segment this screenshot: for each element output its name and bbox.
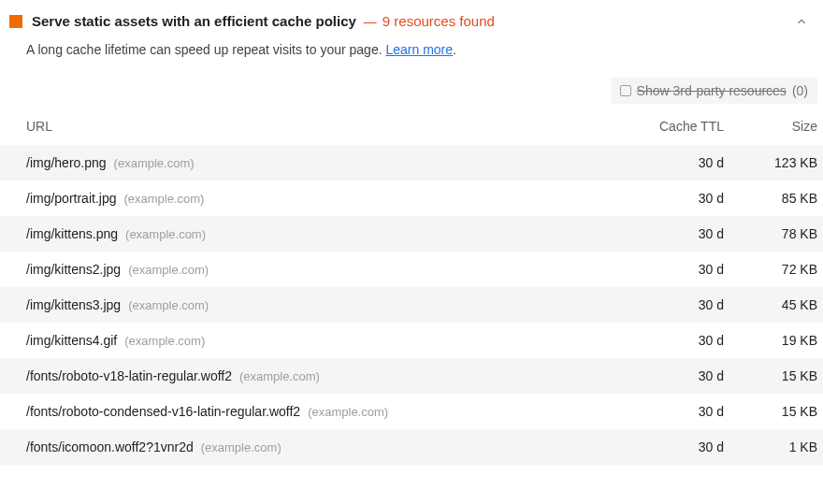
separator-dash: —: [364, 14, 377, 29]
cell-url: /fonts/icomoon.woff2?1vnr2d(example.com): [26, 439, 602, 454]
learn-more-link[interactable]: Learn more: [385, 42, 453, 57]
cell-url: /fonts/roboto-v18-latin-regular.woff2(ex…: [26, 368, 602, 383]
url-path[interactable]: /img/kittens3.jpg: [26, 297, 121, 312]
cell-ttl: 30 d: [602, 155, 724, 170]
table-row: /fonts/roboto-condensed-v16-latin-regula…: [0, 394, 823, 429]
column-header-url[interactable]: URL: [26, 119, 602, 134]
third-party-toggle[interactable]: Show 3rd-party resources (0): [611, 78, 817, 104]
cell-ttl: 30 d: [602, 191, 724, 206]
cell-size: 85 KB: [724, 191, 817, 206]
cell-ttl: 30 d: [602, 439, 724, 454]
checkbox-icon[interactable]: [620, 85, 631, 96]
cell-ttl: 30 d: [602, 262, 724, 277]
table-row: /img/kittens4.gif(example.com)30 d19 KB: [0, 323, 823, 358]
table-row: /img/kittens.png(example.com)30 d78 KB: [0, 216, 823, 252]
url-path[interactable]: /img/hero.png: [26, 155, 107, 170]
third-party-count: (0): [792, 83, 808, 98]
table-row: /fonts/icomoon.woff2?1vnr2d(example.com)…: [0, 429, 823, 465]
url-path[interactable]: /fonts/roboto-v18-latin-regular.woff2: [26, 368, 232, 383]
url-domain: (example.com): [239, 369, 320, 383]
cell-url: /img/hero.png(example.com): [26, 155, 602, 170]
url-domain: (example.com): [128, 298, 209, 312]
url-path[interactable]: /img/kittens4.gif: [26, 333, 117, 348]
cell-size: 19 KB: [724, 333, 817, 348]
column-header-size[interactable]: Size: [724, 119, 817, 134]
table-row: /img/portrait.jpg(example.com)30 d85 KB: [0, 180, 823, 216]
url-path[interactable]: /img/kittens.png: [26, 226, 118, 241]
url-path[interactable]: /fonts/roboto-condensed-v16-latin-regula…: [26, 404, 300, 419]
url-path[interactable]: /img/portrait.jpg: [26, 191, 116, 206]
url-domain: (example.com): [128, 263, 209, 277]
cell-size: 15 KB: [724, 368, 817, 383]
cell-url: /img/portrait.jpg(example.com): [26, 191, 602, 206]
cell-size: 45 KB: [724, 297, 817, 312]
cell-url: /img/kittens.png(example.com): [26, 226, 602, 241]
description-period: .: [453, 42, 456, 57]
cell-ttl: 30 d: [602, 404, 724, 419]
table-header-row: URL Cache TTL Size: [0, 111, 823, 145]
cell-url: /fonts/roboto-condensed-v16-latin-regula…: [26, 404, 602, 419]
cell-ttl: 30 d: [602, 297, 724, 312]
column-header-ttl[interactable]: Cache TTL: [602, 119, 724, 134]
audit-title: Serve static assets with an efficient ca…: [32, 13, 356, 29]
warning-square-icon: [9, 15, 22, 28]
description-text: A long cache lifetime can speed up repea…: [26, 42, 385, 57]
cell-url: /img/kittens3.jpg(example.com): [26, 297, 602, 312]
resources-table: URL Cache TTL Size /img/hero.png(example…: [0, 111, 823, 465]
url-domain: (example.com): [114, 156, 195, 170]
audit-header[interactable]: Serve static assets with an efficient ca…: [0, 0, 823, 38]
third-party-label: Show 3rd-party resources: [637, 83, 787, 98]
table-row: /img/hero.png(example.com)30 d123 KB: [0, 145, 823, 180]
url-domain: (example.com): [123, 192, 204, 206]
table-body: /img/hero.png(example.com)30 d123 KB/img…: [0, 145, 823, 465]
url-domain: (example.com): [308, 405, 388, 419]
cell-ttl: 30 d: [602, 368, 724, 383]
audit-description: A long cache lifetime can speed up repea…: [0, 38, 823, 74]
table-row: /img/kittens3.jpg(example.com)30 d45 KB: [0, 287, 823, 323]
url-domain: (example.com): [201, 440, 282, 454]
url-path[interactable]: /fonts/icomoon.woff2?1vnr2d: [26, 439, 194, 454]
cell-size: 1 KB: [724, 439, 817, 454]
cell-size: 123 KB: [724, 155, 817, 170]
cell-size: 72 KB: [724, 262, 817, 277]
url-domain: (example.com): [124, 334, 205, 348]
audit-resource-count: 9 resources found: [383, 13, 495, 29]
url-path[interactable]: /img/kittens2.jpg: [26, 262, 121, 277]
cell-url: /img/kittens4.gif(example.com): [26, 333, 602, 348]
cell-size: 78 KB: [724, 226, 817, 241]
third-party-row: Show 3rd-party resources (0): [0, 74, 823, 111]
table-row: /fonts/roboto-v18-latin-regular.woff2(ex…: [0, 358, 823, 394]
url-domain: (example.com): [125, 227, 206, 241]
cell-ttl: 30 d: [602, 226, 724, 241]
cell-url: /img/kittens2.jpg(example.com): [26, 262, 602, 277]
cell-size: 15 KB: [724, 404, 817, 419]
chevron-up-icon[interactable]: [795, 15, 808, 28]
cell-ttl: 30 d: [602, 333, 724, 348]
table-row: /img/kittens2.jpg(example.com)30 d72 KB: [0, 252, 823, 287]
